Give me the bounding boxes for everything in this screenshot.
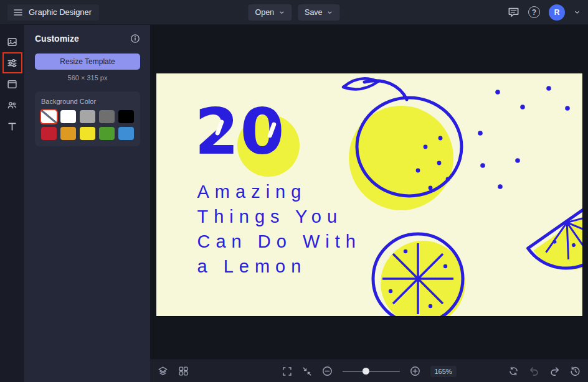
feedback-icon[interactable] bbox=[508, 6, 519, 18]
design-headline[interactable]: Amazing Things You Can Do With a Lemon bbox=[197, 179, 361, 279]
top-bar: Graphic Designer Open Save ? R bbox=[0, 0, 588, 25]
swatch-none[interactable] bbox=[41, 110, 57, 123]
swatch-black[interactable] bbox=[118, 110, 134, 123]
hamburger-icon bbox=[13, 7, 23, 17]
zoom-slider-handle[interactable] bbox=[362, 368, 369, 375]
headline-line: a Lemon bbox=[197, 254, 361, 279]
sidebar-item-customize[interactable] bbox=[0, 52, 25, 73]
sidebar-item-templates[interactable] bbox=[0, 73, 25, 95]
panel-title: Customize bbox=[35, 34, 79, 44]
background-swatches bbox=[41, 110, 134, 140]
layers-icon[interactable] bbox=[158, 366, 168, 376]
sliders-icon bbox=[7, 58, 17, 68]
background-color-label: Background Color bbox=[41, 98, 134, 105]
background-color-card: Background Color bbox=[35, 91, 140, 146]
account-chevron-down-icon[interactable] bbox=[574, 9, 581, 16]
swatch-orange[interactable] bbox=[60, 127, 76, 140]
resize-template-button[interactable]: Resize Template bbox=[35, 54, 140, 70]
swatch-red[interactable] bbox=[41, 127, 57, 140]
undo-icon[interactable] bbox=[529, 366, 539, 376]
image-icon bbox=[7, 37, 17, 47]
zoom-in-icon[interactable] bbox=[409, 366, 420, 376]
save-button[interactable]: Save bbox=[298, 4, 340, 21]
canvas-viewport[interactable]: 20 Amazing Things You Can Do With a Lemo… bbox=[150, 25, 588, 360]
tool-rail bbox=[0, 25, 25, 382]
text-icon bbox=[7, 121, 17, 132]
design-artboard[interactable]: 20 Amazing Things You Can Do With a Lemo… bbox=[156, 73, 582, 316]
swatch-green[interactable] bbox=[99, 127, 115, 140]
open-button[interactable]: Open bbox=[248, 4, 292, 21]
headline-line: Amazing bbox=[197, 179, 361, 204]
people-icon bbox=[7, 100, 17, 111]
swatch-gray[interactable] bbox=[99, 110, 115, 123]
redo-icon[interactable] bbox=[549, 366, 560, 376]
headline-line: Things You bbox=[197, 204, 361, 229]
template-dimensions: 560 × 315 px bbox=[35, 74, 140, 82]
bottom-toolbar: 165% bbox=[150, 360, 588, 382]
sidebar-item-people[interactable] bbox=[0, 95, 25, 116]
sidebar-item-images[interactable] bbox=[0, 31, 25, 52]
zoom-slider[interactable] bbox=[342, 371, 399, 372]
customize-panel: Customize Resize Template 560 × 315 px B… bbox=[25, 25, 150, 382]
save-button-label: Save bbox=[305, 8, 323, 17]
open-button-label: Open bbox=[255, 8, 274, 17]
app-window: Graphic Designer Open Save ? R bbox=[0, 0, 588, 382]
swatch-blue[interactable] bbox=[118, 127, 134, 140]
swatch-white[interactable] bbox=[60, 110, 76, 123]
help-icon[interactable]: ? bbox=[528, 6, 540, 18]
sidebar-item-text[interactable] bbox=[0, 116, 25, 137]
zoom-out-icon[interactable] bbox=[321, 366, 332, 376]
fullscreen-icon[interactable] bbox=[282, 366, 292, 376]
window-icon bbox=[7, 79, 17, 90]
swatch-light-gray[interactable] bbox=[80, 110, 95, 123]
canvas-area: 20 Amazing Things You Can Do With a Lemo… bbox=[150, 25, 588, 382]
app-title: Graphic Designer bbox=[29, 7, 92, 17]
chevron-down-icon bbox=[278, 9, 285, 16]
chevron-down-icon bbox=[327, 9, 333, 16]
info-icon[interactable] bbox=[130, 34, 140, 44]
fit-to-screen-icon[interactable] bbox=[301, 366, 311, 376]
sync-icon[interactable] bbox=[508, 366, 519, 376]
grid-icon[interactable] bbox=[178, 366, 189, 376]
history-icon[interactable] bbox=[570, 366, 581, 376]
avatar[interactable]: R bbox=[549, 4, 565, 21]
app-menu-button[interactable]: Graphic Designer bbox=[7, 4, 99, 21]
headline-line: Can Do With bbox=[197, 229, 361, 254]
swatch-yellow[interactable] bbox=[80, 127, 95, 140]
zoom-level-badge[interactable]: 165% bbox=[430, 366, 456, 377]
